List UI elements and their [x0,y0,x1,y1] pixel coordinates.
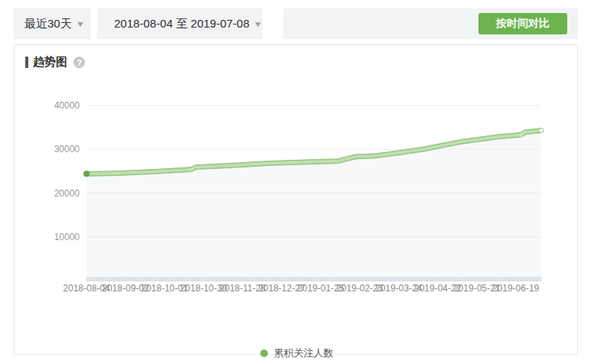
title-accent-bar [25,57,28,68]
card-title-row: 趋势图 ? [25,55,85,70]
toolbar-strip: 按时间对比 [283,8,578,39]
date-range-dropdown[interactable]: 2018-08-04 至 2019-07-08 ▼ [97,8,263,39]
chevron-down-icon: ▼ [253,20,263,28]
compare-by-time-button[interactable]: 按时间对比 [478,13,567,34]
date-range-label: 2018-08-04 至 2019-07-08 [114,17,250,31]
range-dropdown-label: 最近30天 [24,17,72,31]
chevron-down-icon: ▼ [75,20,84,28]
page-title: 趋势图 [33,55,67,70]
range-dropdown[interactable]: 最近30天 ▼ [14,8,90,39]
legend-label: 累积关注人数 [274,346,334,360]
chart-legend: 累积关注人数 [15,346,579,360]
legend-marker-icon [260,349,268,357]
help-icon[interactable]: ? [73,57,85,68]
trend-card: 趋势图 ? 累积关注人数 [14,44,578,355]
